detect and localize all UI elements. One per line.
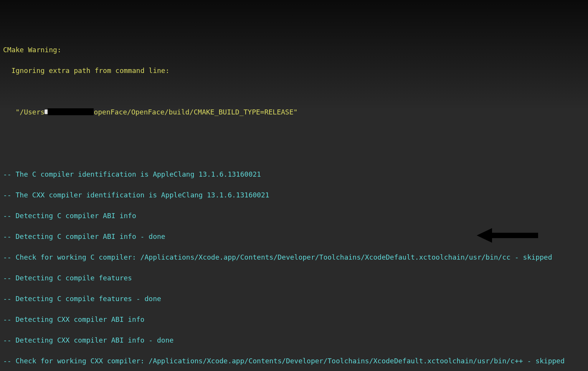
cmake-info-line: -- Detecting C compile features xyxy=(3,273,588,283)
blank-line xyxy=(3,148,588,159)
cmake-info-line: -- The C compiler identification is Appl… xyxy=(3,169,588,179)
cmake-info-line: -- Detecting C compile features - done xyxy=(3,293,588,304)
cmake-info-line: -- Detecting CXX compiler ABI info xyxy=(3,314,588,325)
cmake-warning-path: "/UsersopenFace/OpenFace/build/CMAKE_BUI… xyxy=(3,107,588,117)
cmake-info-line: -- Check for working CXX compiler: /Appl… xyxy=(3,356,588,366)
cmake-info-line: -- Check for working C compiler: /Applic… xyxy=(3,252,588,262)
redacted-block xyxy=(48,108,94,115)
cmake-warning-detail: Ignoring extra path from command line: xyxy=(3,65,588,76)
blank-line xyxy=(3,86,588,96)
cmake-info-line: -- The CXX compiler identification is Ap… xyxy=(3,190,588,200)
cmake-warning-header: CMake Warning: xyxy=(3,45,588,55)
cmake-info-line: -- Detecting CXX compiler ABI info - don… xyxy=(3,335,588,345)
annotation-arrow-icon xyxy=(477,207,538,223)
blank-line xyxy=(3,128,588,138)
